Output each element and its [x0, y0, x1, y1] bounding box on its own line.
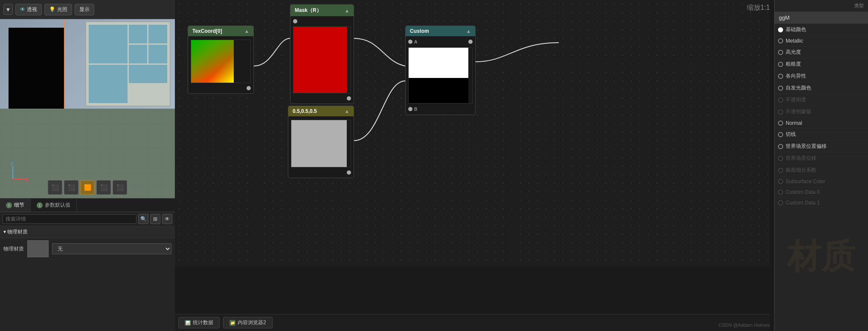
right-pin-13 [778, 179, 783, 184]
mask-header: Mask（R） ▲ [290, 5, 354, 16]
right-pin-12 [778, 168, 783, 173]
mask-output-pin [347, 96, 351, 101]
vp-control-3[interactable]: 🟧 [80, 180, 95, 195]
right-pin-label-5: 自发光颜色 [786, 84, 811, 92]
right-pin-row-1[interactable]: Metallic [775, 36, 868, 46]
custom-pin-b [408, 107, 412, 111]
mask-output-row [290, 95, 354, 102]
top-toolbar: ▼ 👁 透视 💡 光照 显示 [0, 0, 175, 19]
right-pin-3 [778, 62, 783, 67]
value-header: 0.5,0.5,0.5 ▲ [288, 106, 354, 116]
node-mask[interactable]: Mask（R） ▲ [290, 4, 354, 104]
right-pin-label-1: Metallic [786, 38, 803, 44]
tab-params[interactable]: i 参数默认值 [31, 199, 77, 212]
right-pin-14 [778, 190, 783, 195]
node-custom[interactable]: Custom ▲ A B [405, 26, 476, 115]
custom-header: Custom ▲ [406, 26, 475, 36]
custom-pin-b-row: B [406, 105, 475, 113]
right-pin-row-14[interactable]: Custom Data 0 [775, 187, 868, 198]
right-pin-row-8[interactable]: Normal [775, 118, 868, 129]
vp-control-4[interactable]: ⬛ [96, 180, 111, 195]
right-pin-label-3: 粗糙度 [786, 60, 801, 68]
custom-preview [408, 47, 473, 104]
zoom-label: 缩放1:1 [747, 3, 770, 12]
right-pin-row-12[interactable]: 曲面细分系数 [775, 164, 868, 176]
right-pin-row-13[interactable]: Subsurface Color [775, 176, 868, 187]
section-header[interactable]: ▾ 物理材质 [0, 226, 175, 238]
right-pin-row-3[interactable]: 粗糙度 [775, 58, 868, 70]
node-editor[interactable]: TexCoord[0] ▲ Mask（R） ▲ [175, 0, 770, 266]
stats-tab[interactable]: 📊 统计数据 [178, 317, 220, 328]
lighting-btn[interactable]: 💡 光照 [44, 4, 72, 15]
bottom-tabs: 📊 统计数据 📁 内容浏览器2 [175, 314, 770, 331]
filter-button[interactable]: 👁 [162, 214, 172, 224]
black-box [9, 28, 64, 121]
vp-control-2[interactable]: ⬛ [64, 180, 78, 195]
mask-input-row [290, 18, 354, 25]
svg-text:Z: Z [11, 162, 13, 166]
right-pin-row-6[interactable]: 不透明度 [775, 94, 868, 106]
right-pin-label-7: 不透明蒙版 [786, 108, 811, 115]
search-row: 🔍 ⊞ 👁 [0, 212, 175, 226]
node-canvas[interactable]: TexCoord[0] ▲ Mask（R） ▲ [175, 0, 770, 266]
search-input[interactable] [3, 214, 136, 224]
csdn-credit: CSDN @Addam Holmes [718, 322, 770, 328]
property-dropdown[interactable]: 无 [52, 243, 171, 254]
texcoord-header: TexCoord[0] ▲ [188, 26, 253, 36]
tab-detail[interactable]: i 细节 [0, 199, 31, 212]
browser-tab[interactable]: 📁 内容浏览器2 [223, 317, 273, 328]
right-pin-7 [778, 109, 783, 115]
right-panel-header: 类型 [775, 0, 868, 12]
texcoord-output-pin [247, 86, 251, 90]
viewport-axes: Z X [9, 162, 30, 183]
right-pin-label-2: 高光度 [786, 49, 801, 56]
value-body [288, 116, 354, 178]
custom-pin-a-row: A [406, 38, 475, 46]
transparency-btn[interactable]: 👁 透视 [15, 4, 42, 15]
right-pin-row-0[interactable]: 基础颜色 [775, 24, 868, 36]
search-button[interactable]: 🔍 [138, 214, 148, 224]
value-output-row [288, 169, 354, 176]
right-pin-15 [778, 200, 783, 205]
node-value[interactable]: 0.5,0.5,0.5 ▲ [288, 106, 354, 178]
vp-control-5[interactable]: ⬛ [113, 180, 127, 195]
right-pin-row-9[interactable]: 切线 [775, 129, 868, 141]
custom-body: A B [406, 36, 475, 115]
ggm-label: ggM [775, 12, 868, 24]
texcoord-preview [191, 40, 251, 83]
right-pin-row-7[interactable]: 不透明蒙版 [775, 106, 868, 118]
right-pin-label-12: 曲面细分系数 [786, 167, 816, 174]
viewport-scene: Z X ⬛ ⬛ 🟧 ⬛ ⬛ [0, 19, 175, 198]
mask-preview [293, 26, 351, 93]
svg-text:X: X [26, 178, 29, 183]
dropdown-btn[interactable]: ▼ [3, 4, 13, 15]
right-pin-label-9: 切线 [786, 131, 796, 138]
custom-pin-a [408, 40, 412, 44]
right-pin-2 [778, 50, 783, 55]
info-icon-detail: i [6, 202, 12, 208]
vp-control-1[interactable]: ⬛ [48, 180, 62, 195]
right-panel: 类型 ggM 基础颜色Metallic高光度粗糙度各向异性自发光颜色不透明度不透… [774, 0, 868, 331]
right-pin-row-10[interactable]: 世界场景位置偏移 [775, 141, 868, 153]
right-pin-row-2[interactable]: 高光度 [775, 46, 868, 58]
right-pin-label-0: 基础颜色 [786, 26, 806, 33]
right-pin-label-8: Normal [786, 120, 802, 126]
panel-tabs: i 细节 i 参数默认值 [0, 199, 175, 212]
right-pin-row-5[interactable]: 自发光颜色 [775, 82, 868, 94]
node-texcoord[interactable]: TexCoord[0] ▲ [188, 26, 254, 94]
right-pin-row-11[interactable]: 世界场景位移 [775, 153, 868, 164]
right-pin-row-15[interactable]: Custom Data 1 [775, 198, 868, 208]
info-icon-params: i [37, 202, 43, 208]
viewport-controls: ⬛ ⬛ 🟧 ⬛ ⬛ [48, 180, 127, 195]
custom-output-pin [468, 40, 473, 44]
right-pin-6 [778, 98, 783, 103]
right-pin-5 [778, 86, 783, 91]
bottom-left-panel: i 细节 i 参数默认值 🔍 ⊞ 👁 ▾ 物理材质 物理材质 无 [0, 198, 175, 331]
display-btn[interactable]: 显示 [75, 4, 94, 15]
grid-view-button[interactable]: ⊞ [150, 214, 160, 224]
mask-input-pin [293, 19, 297, 23]
mask-body [290, 16, 354, 104]
right-pin-row-4[interactable]: 各向异性 [775, 70, 868, 82]
right-pin-label-13: Subsurface Color [786, 178, 825, 184]
stats-icon: 📊 [185, 320, 191, 326]
